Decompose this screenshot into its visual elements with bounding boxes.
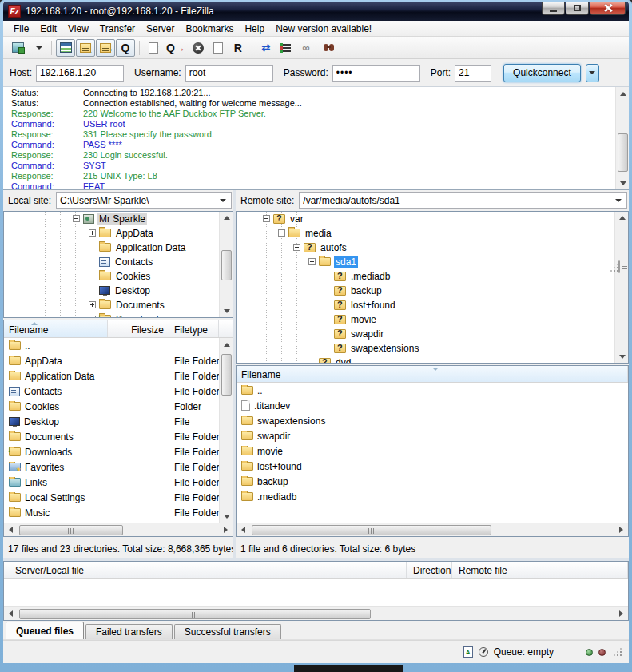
column-header-remote-file[interactable]: Remote file: [452, 562, 628, 578]
tree-expander-minus-icon[interactable]: [263, 215, 270, 222]
tree-item-application-data[interactable]: Application Data: [4, 241, 219, 255]
scroll-up-icon[interactable]: [615, 212, 629, 225]
column-header-filetype[interactable]: Filetype: [169, 320, 219, 337]
toggle-remote-tree-button[interactable]: F: [96, 39, 115, 57]
file-row-swapextensions[interactable]: swapextensions: [237, 413, 628, 428]
tree-item-media[interactable]: media: [237, 226, 614, 241]
column-header-filename[interactable]: Filename: [4, 320, 108, 337]
menu-item-bookmarks[interactable]: Bookmarks: [180, 22, 239, 36]
file-row-appdata[interactable]: AppDataFile Folder: [4, 353, 233, 368]
remote-site-path-combobox[interactable]: /var/media/autofs/sda1: [299, 192, 627, 209]
scroll-up-icon[interactable]: [220, 212, 233, 225]
username-input[interactable]: [185, 65, 273, 82]
tree-item-contacts[interactable]: Contacts: [4, 255, 219, 269]
file-row-favorites[interactable]: FavoritesFile Folder: [4, 459, 233, 475]
tree-expander-plus-icon[interactable]: [89, 316, 96, 317]
menu-item-new-version-available[interactable]: New version available!: [270, 22, 377, 36]
file-row-contacts[interactable]: ContactsFile Folder: [4, 384, 233, 399]
tab-queued-files[interactable]: Queued files: [6, 622, 84, 639]
file-row-[interactable]: ..: [4, 338, 233, 353]
file-row-swapdir[interactable]: swapdir: [237, 428, 628, 443]
scroll-left-icon[interactable]: [4, 607, 18, 620]
local-site-path-combobox[interactable]: C:\Users\Mr Sparkle\: [56, 192, 232, 209]
menu-item-transfer[interactable]: Transfer: [94, 22, 141, 36]
tree-expander-plus-icon[interactable]: [89, 301, 96, 308]
tree-expander-plus-icon[interactable]: [89, 229, 96, 237]
scrollbar-thumb[interactable]: [618, 133, 628, 172]
scroll-up-icon[interactable]: [616, 87, 629, 100]
local-list-hscrollbar[interactable]: [4, 523, 233, 536]
tree-expander-minus-icon[interactable]: [278, 229, 285, 237]
tree-item-sda1[interactable]: sda1: [237, 255, 614, 269]
tab-failed-transfers[interactable]: Failed transfers: [85, 624, 173, 639]
menu-item-file[interactable]: File: [8, 22, 34, 36]
scroll-down-icon[interactable]: [220, 304, 233, 317]
filter-button[interactable]: [316, 39, 336, 57]
directory-listing-button[interactable]: [276, 39, 296, 57]
menu-item-edit[interactable]: Edit: [34, 22, 62, 36]
menu-item-help[interactable]: Help: [239, 22, 270, 36]
site-manager-dropdown-button[interactable]: [28, 39, 47, 57]
scroll-left-icon[interactable]: [237, 523, 250, 536]
close-button[interactable]: [590, 2, 626, 15]
menu-item-server[interactable]: Server: [141, 22, 180, 36]
toggle-message-log-button[interactable]: [56, 39, 75, 57]
password-input[interactable]: [332, 65, 420, 82]
local-list-scrollbar[interactable]: [219, 338, 233, 523]
remote-list-hscrollbar[interactable]: [237, 523, 628, 536]
tree-item-movie[interactable]: movie: [237, 312, 614, 327]
column-header-direction[interactable]: Direction: [407, 562, 452, 578]
scrollbar-thumb[interactable]: [252, 525, 491, 535]
toggle-local-tree-button[interactable]: L: [76, 39, 95, 57]
file-row-music[interactable]: MusicFile Folder: [4, 505, 233, 520]
remote-tree-scrollbar[interactable]: [614, 212, 628, 363]
minimize-button[interactable]: [542, 2, 565, 15]
menu-item-view[interactable]: View: [62, 22, 94, 36]
open-site-manager-button[interactable]: [8, 39, 27, 57]
toggle-queue-button[interactable]: Q: [116, 39, 135, 57]
file-row-documents[interactable]: DocumentsFile Folder: [4, 429, 233, 444]
tree-item-var[interactable]: var: [237, 212, 614, 226]
directory-comparison-button[interactable]: ⇄: [256, 39, 276, 57]
tree-item-downloads[interactable]: Downloads: [4, 312, 219, 317]
scrollbar-thumb[interactable]: [19, 609, 371, 619]
file-row-lost-found[interactable]: lost+found: [237, 459, 628, 474]
cancel-operation-button[interactable]: [189, 39, 208, 57]
local-tree-scrollbar[interactable]: [219, 212, 233, 317]
tree-item-documents[interactable]: Documents: [4, 298, 219, 312]
tree-item-mr-sparkle[interactable]: Mr Sparkle: [4, 212, 219, 226]
file-row-[interactable]: ..: [237, 383, 628, 398]
tree-item-swapdir[interactable]: swapdir: [237, 327, 614, 341]
scroll-right-icon[interactable]: [614, 607, 628, 620]
file-row-titandev[interactable]: .titandev: [237, 398, 628, 413]
reconnect-button[interactable]: R: [229, 39, 248, 57]
disconnect-button[interactable]: ✕: [209, 39, 228, 57]
port-input[interactable]: [455, 65, 491, 82]
tab-successful-transfers[interactable]: Successful transfers: [174, 624, 281, 639]
refresh-button[interactable]: ⟳: [144, 39, 163, 57]
tree-item-mediadb[interactable]: .mediadb: [237, 269, 614, 284]
file-row-cookies[interactable]: CookiesFolder: [4, 399, 233, 414]
file-row-application-data[interactable]: Application DataFile Folder: [4, 368, 233, 384]
maximize-button[interactable]: [566, 2, 589, 15]
scroll-down-icon[interactable]: [616, 177, 629, 189]
queue-hscrollbar[interactable]: [4, 606, 628, 620]
tree-item-cookies[interactable]: Cookies: [4, 269, 219, 284]
scrollbar-thumb[interactable]: [618, 260, 620, 273]
scrollbar-thumb[interactable]: [221, 250, 232, 280]
file-row-links[interactable]: LinksFile Folder: [4, 475, 233, 490]
file-row-desktop[interactable]: DesktopFile: [4, 414, 233, 429]
tree-item-lost-found[interactable]: lost+found: [237, 298, 614, 312]
scrollbar-thumb[interactable]: [221, 354, 232, 396]
tree-item-backup[interactable]: backup: [237, 284, 614, 298]
file-row-movie[interactable]: movie: [237, 443, 628, 459]
tree-item-dvd[interactable]: dvd: [237, 356, 614, 363]
quickconnect-button[interactable]: Quickconnect: [503, 64, 581, 82]
tree-expander-minus-icon[interactable]: [308, 258, 316, 265]
process-queue-button[interactable]: Q→: [164, 39, 188, 57]
tree-item-autofs[interactable]: autofs: [237, 241, 614, 255]
tree-expander-minus-icon[interactable]: [73, 215, 80, 222]
column-header-filename[interactable]: Filename: [237, 366, 628, 382]
message-log-scrollbar[interactable]: [615, 87, 629, 189]
tree-expander-minus-icon[interactable]: [293, 244, 300, 251]
